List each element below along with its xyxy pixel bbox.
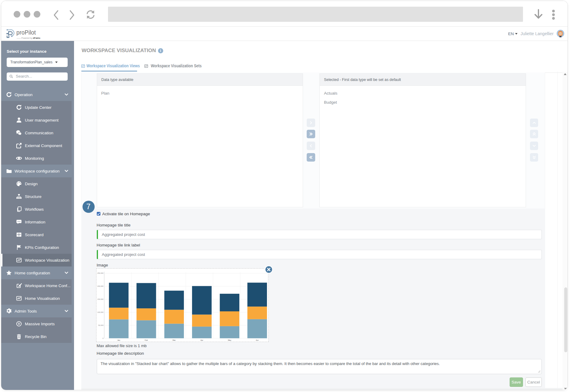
svg-text:150,000: 150,000 [97, 298, 103, 300]
svg-text:250,000: 250,000 [97, 272, 103, 274]
svg-text:Mar: Mar [172, 339, 175, 341]
svg-text:0: 0 [102, 337, 103, 339]
svg-text:Jun: Jun [255, 339, 258, 341]
svg-text:Jan: Jan [117, 339, 120, 341]
svg-text:200,000: 200,000 [97, 285, 103, 287]
svg-text:50,000: 50,000 [98, 324, 103, 326]
svg-text:May: May [228, 339, 231, 341]
svg-text:Feb: Feb [145, 339, 148, 341]
svg-text:Apr: Apr [200, 339, 203, 341]
svg-text:100,000: 100,000 [97, 311, 103, 313]
